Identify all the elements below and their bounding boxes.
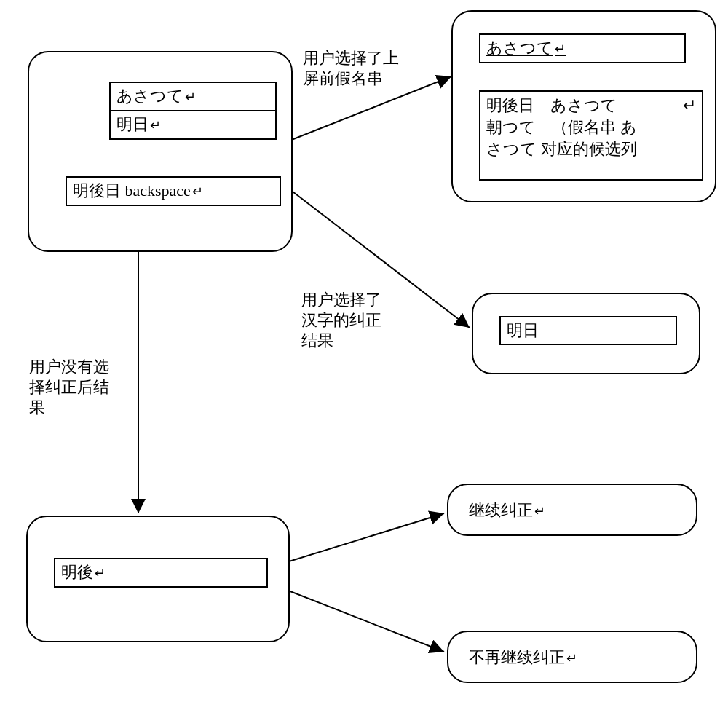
svg-line-3 bbox=[268, 513, 444, 568]
main-row1-text: あさつて bbox=[116, 87, 196, 105]
label-top: 用户选择了上 屏前假名串 bbox=[303, 48, 399, 89]
mr-cell: 明日 bbox=[499, 316, 677, 345]
enter-icon: ↵ bbox=[683, 95, 696, 117]
box-mid-right: 明日 bbox=[472, 293, 700, 374]
main-row3-text: 明後日 backspace bbox=[73, 181, 203, 200]
label-left: 用户没有选 择纠正后结 果 bbox=[29, 357, 109, 418]
main-row3: 明後日 backspace bbox=[66, 176, 281, 206]
main-row2: 明日 bbox=[109, 110, 277, 140]
bl-text: 明後 bbox=[61, 563, 106, 581]
r2-text: 不再继续纠正 bbox=[469, 648, 577, 666]
box-bottom-left: 明後 bbox=[26, 516, 290, 642]
tr-list-cell: 明後日 あさつて ↵ 朝つて （假名串 あ さつて 对应的候选列 bbox=[479, 90, 703, 181]
tr-list-line3: さつて 对应的候选列 bbox=[486, 138, 696, 160]
bl-cell: 明後 bbox=[54, 558, 268, 588]
r1-text: 继续纠正 bbox=[469, 501, 545, 519]
tr-header-text: あさつて bbox=[486, 39, 566, 57]
main-row1: あさつて bbox=[109, 82, 277, 110]
tr-list-line1: 明後日 あさつて bbox=[486, 95, 617, 117]
label-mid: 用户选择了 汉字的纠正 结果 bbox=[301, 290, 381, 351]
mr-text: 明日 bbox=[507, 321, 539, 339]
box-top-right: あさつて 明後日 あさつて ↵ 朝つて （假名串 あ さつて 对应的候选列 bbox=[451, 10, 716, 202]
tr-header-cell: あさつて bbox=[479, 33, 686, 63]
box-main: あさつて 明日 明後日 backspace bbox=[28, 51, 293, 252]
svg-line-4 bbox=[268, 583, 444, 652]
tr-list-line2: 朝つて （假名串 あ bbox=[486, 117, 696, 138]
main-row2-text: 明日 bbox=[116, 115, 161, 133]
box-continue: 继续纠正 bbox=[447, 484, 697, 536]
box-stop: 不再继续纠正 bbox=[447, 631, 697, 683]
